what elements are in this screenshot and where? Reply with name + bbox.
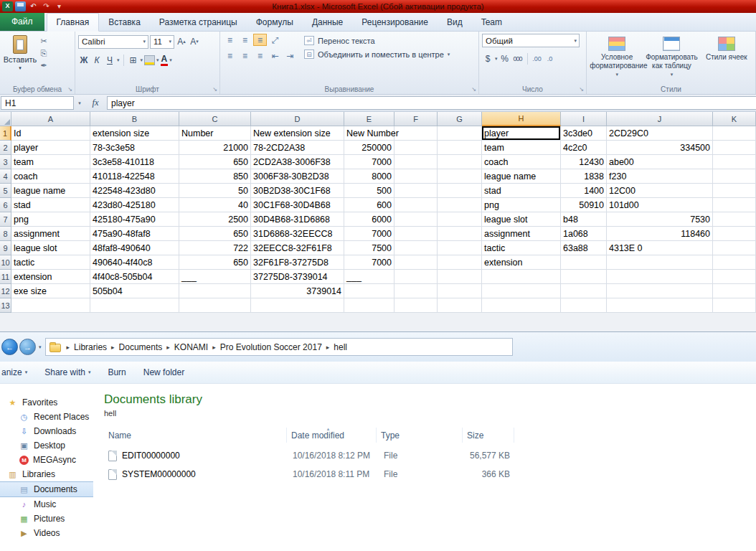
cell-J5[interactable]: 12C00 [607,184,713,198]
cell-K12[interactable] [713,284,756,298]
column-header-H[interactable]: H [482,112,561,126]
cell-I10[interactable] [561,255,607,270]
cell-I12[interactable] [561,284,607,298]
cell-H1[interactable]: player [482,126,561,141]
ribbon-tab-formulas[interactable]: Формулы [247,14,303,31]
cell-B3[interactable]: 3c3e58-410118 [90,155,179,169]
decrease-font-size-icon[interactable]: А▾ [189,36,200,48]
cell-J11[interactable] [607,270,713,284]
cell-A9[interactable]: league slot [11,241,90,255]
cell-E6[interactable]: 600 [344,198,394,212]
cell-J4[interactable]: f230 [607,169,713,184]
percent-format-icon[interactable]: % [499,53,511,65]
cell-G1[interactable] [438,126,482,141]
cell-A13[interactable] [11,298,90,313]
underline-button[interactable]: Ч [104,55,115,67]
align-left-icon[interactable]: ≡ [223,50,237,62]
cell-E12[interactable] [344,284,394,298]
fill-color-icon[interactable] [144,55,155,65]
cell-D7[interactable]: 30D4B68-31D6868 [251,212,344,227]
cell-H6[interactable]: png [482,198,561,212]
cell-J8[interactable]: 118460 [607,227,713,241]
cell-D12[interactable]: 3739014 [251,284,344,298]
cell-H12[interactable] [482,284,561,298]
cell-D2[interactable]: 78-2CD2A38 [251,141,344,155]
cell-B6[interactable]: 423d80-425180 [90,198,179,212]
cell-J12[interactable] [607,284,713,298]
cell-B11[interactable]: 4f40c8-505b04 [90,270,179,284]
cell-K10[interactable] [713,255,756,270]
cell-G9[interactable] [438,241,482,255]
cell-A1[interactable]: Id [11,126,90,141]
excel-app-icon[interactable]: X [2,1,13,11]
cell-D4[interactable]: 3006F38-30B2D38 [251,169,344,184]
cell-E5[interactable]: 500 [344,184,394,198]
underline-dropdown-icon[interactable]: ▾ [117,57,120,63]
cell-A6[interactable]: stad [11,198,90,212]
cell-C9[interactable]: 722 [179,241,251,255]
cell-G11[interactable] [438,270,482,284]
cell-F9[interactable] [394,241,438,255]
cell-J1[interactable]: 2CD29C0 [607,126,713,141]
cell-B13[interactable] [90,298,179,313]
insert-function-button[interactable]: fx [85,96,105,110]
row-header-4[interactable]: 4 [0,169,11,184]
column-header-I[interactable]: I [561,112,607,126]
column-header-D[interactable]: D [251,112,344,126]
align-right-icon[interactable]: ≡ [253,50,267,62]
ribbon-tab-home[interactable]: Главная [47,13,100,32]
recent-pages-dropdown-icon[interactable]: ▾ [39,344,42,350]
toolbar-share-with[interactable]: Share with▾ [44,367,90,377]
toolbar-anize[interactable]: anize▾ [1,367,27,377]
column-header-type[interactable]: Type [377,428,463,443]
row-header-1[interactable]: 1 [0,126,11,141]
qat-customize-icon[interactable]: ▾ [54,1,65,11]
cell-I9[interactable]: 63a88 [561,241,607,255]
cell-F11[interactable] [394,270,438,284]
cell-J3[interactable]: abe00 [607,155,713,169]
cell-J7[interactable]: 7530 [607,212,713,227]
cell-H9[interactable]: tactic [482,241,561,255]
breadcrumb-konami[interactable]: KONAMI [174,342,208,352]
increase-indent-icon[interactable]: ⇥ [283,50,297,62]
cell-C4[interactable]: 850 [179,169,251,184]
clipboard-dialog-launcher-icon[interactable]: ↘ [67,87,72,93]
decrease-indent-icon[interactable]: ⇤ [268,50,282,62]
ribbon-tab-data[interactable]: Данные [303,14,352,31]
cell-H4[interactable]: league name [482,169,561,184]
font-color-dropdown-icon[interactable]: ▾ [169,57,172,63]
cell-A10[interactable]: tactic [11,255,90,270]
cell-K4[interactable] [713,169,756,184]
cell-I1[interactable]: 3c3de0 [561,126,607,141]
cell-E9[interactable]: 7500 [344,241,394,255]
decrease-decimal-icon[interactable]: .0 [544,53,556,65]
cell-F12[interactable] [394,284,438,298]
cell-C1[interactable]: Number [179,126,251,141]
cell-C7[interactable]: 2500 [179,212,251,227]
cell-C10[interactable]: 650 [179,255,251,270]
column-header-E[interactable]: E [344,112,394,126]
formula-input[interactable]: player [107,96,756,110]
cell-H13[interactable] [482,298,561,313]
row-header-3[interactable]: 3 [0,155,11,169]
cell-I3[interactable]: 12430 [561,155,607,169]
cell-I7[interactable]: b48 [561,212,607,227]
cell-I11[interactable] [561,270,607,284]
cell-F4[interactable] [394,169,438,184]
cell-K6[interactable] [713,198,756,212]
column-header-F[interactable]: F [394,112,438,126]
cell-G13[interactable] [438,298,482,313]
row-header-6[interactable]: 6 [0,198,11,212]
row-header-5[interactable]: 5 [0,184,11,198]
wrap-text-button[interactable]: ⏎ Перенос текста [304,36,450,45]
back-button[interactable]: ← [1,339,18,355]
cell-H3[interactable]: coach [482,155,561,169]
row-header-9[interactable]: 9 [0,241,11,255]
name-box-dropdown-icon[interactable]: ▾ [75,100,84,106]
currency-dropdown-icon[interactable]: ▾ [495,56,498,62]
cell-B7[interactable]: 425180-475a90 [90,212,179,227]
cell-G7[interactable] [438,212,482,227]
align-bottom-icon[interactable]: ≡ [253,34,267,46]
cell-J13[interactable] [607,298,713,313]
cell-C6[interactable]: 40 [179,198,251,212]
